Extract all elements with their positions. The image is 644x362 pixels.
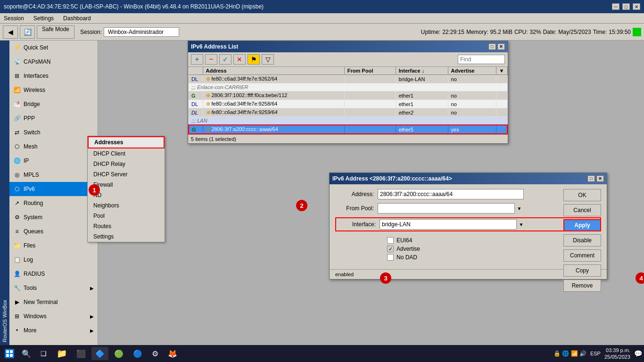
forward-button[interactable]: 🔄: [20, 25, 35, 39]
menu-session[interactable]: Session: [2, 14, 26, 23]
menu-dashboard[interactable]: Dashboard: [61, 14, 93, 23]
sidebar-item-routing[interactable]: ↗Routing▶: [9, 196, 98, 210]
taskbar-edge[interactable]: 🔵: [129, 347, 146, 360]
connection-indicator: [633, 28, 641, 36]
advertise-checkbox[interactable]: ✓: [387, 246, 394, 252]
address-row: Address:: [335, 189, 601, 199]
find-input[interactable]: [458, 55, 505, 64]
sidebar-item-radius[interactable]: 👤RADIUS: [9, 267, 98, 281]
submenu-item-settings[interactable]: Settings: [88, 231, 165, 242]
table-row[interactable]: ;;; LAN: [189, 117, 507, 125]
submenu-item-dhcp-client[interactable]: DHCP Client: [88, 148, 165, 159]
table-row[interactable]: DL⊕fe80::c6ad:34ff:fe7e:9262/64bridge-LA…: [189, 75, 507, 83]
maximize-button[interactable]: □: [622, 3, 630, 10]
interface-select[interactable]: bridge-LAN: [380, 219, 526, 230]
sidebar-item-ppp[interactable]: 🔗PPP: [9, 111, 98, 125]
filter-button[interactable]: ▽: [262, 54, 274, 65]
taskbar-chrome[interactable]: 🟢: [110, 347, 127, 360]
date-value: May/25/2023: [558, 29, 591, 35]
table-row[interactable]: ;;; Enlace-con-CARRIER: [189, 83, 507, 91]
sidebar-item-log[interactable]: 📋Log: [9, 253, 98, 267]
close-button[interactable]: ✕: [633, 3, 640, 10]
submenu-item-routes[interactable]: Routes: [88, 221, 165, 231]
taskbar-winbox[interactable]: 🔷: [91, 347, 108, 360]
ipv6-detail-restore[interactable]: □: [587, 175, 595, 182]
col-extra[interactable]: ▼: [496, 67, 507, 75]
taskbar-settings-app[interactable]: ⚙: [148, 347, 162, 360]
taskbar-firefox[interactable]: 🦊: [164, 347, 181, 360]
sidebar-item-mpls[interactable]: ◎MPLS▶: [9, 168, 98, 182]
ok-button[interactable]: OK: [563, 189, 601, 201]
cell-interface: bridge-LAN: [396, 75, 448, 83]
table-row[interactable]: G⊕2806:3f7:a200:cccc::aaaa/64ether5yes: [189, 125, 507, 134]
menu-settings[interactable]: Settings: [32, 14, 56, 23]
ipv6-list-close[interactable]: ✕: [497, 43, 505, 50]
apply-button[interactable]: Apply: [563, 219, 601, 231]
taskview-button[interactable]: ❑: [36, 347, 51, 360]
ipv6-list-restore[interactable]: □: [488, 43, 496, 50]
cancel-button[interactable]: ✕: [233, 54, 246, 65]
back-button[interactable]: ◀: [3, 25, 18, 39]
col-interface[interactable]: Interface ↓: [396, 67, 448, 75]
submenu-item-neighbors[interactable]: Neighbors: [88, 200, 165, 211]
copy-button[interactable]: Copy: [563, 264, 601, 277]
table-row[interactable]: DL⊕fe80::c6ad:34ff:fe7e:9259/64ether2no: [189, 108, 507, 117]
remove-button[interactable]: −: [205, 54, 217, 65]
submenu-item-dhcp-relay[interactable]: DHCP Relay: [88, 159, 165, 169]
edit-button[interactable]: ✓: [219, 54, 231, 65]
time-label: Time:: [593, 29, 607, 35]
remove-button-detail[interactable]: Remove: [563, 280, 601, 292]
cell-extra: [496, 100, 507, 108]
col-address[interactable]: Address: [203, 67, 344, 75]
address-list-table: Address From Pool Interface ↓ Advertise …: [188, 67, 508, 134]
sidebar-item-more[interactable]: •More▶: [9, 323, 98, 337]
sidebar-item-wireless[interactable]: 📶Wireless: [9, 83, 98, 97]
sidebar-item-mesh[interactable]: ⬡Mesh: [9, 140, 98, 154]
sidebar-item-new-terminal[interactable]: ▶New Terminal: [9, 295, 98, 309]
safe-mode-button[interactable]: Safe Mode: [37, 25, 74, 39]
footer-status: enabled: [335, 272, 354, 277]
address-input[interactable]: [378, 189, 524, 199]
from-pool-select[interactable]: [378, 203, 524, 214]
interface-arrow[interactable]: ▼: [516, 219, 526, 230]
system-icon: ⚙: [13, 214, 21, 221]
ipv6-detail-close[interactable]: ✕: [596, 175, 604, 182]
sidebar-item-interfaces[interactable]: ⊞Interfaces: [9, 69, 98, 83]
table-row[interactable]: G⊕2806:3f7:1002::ffff:f0ca:bebe/112ether…: [189, 91, 507, 100]
minimize-button[interactable]: ─: [612, 3, 619, 10]
sidebar-item-files[interactable]: 📁Files: [9, 239, 98, 253]
sidebar-item-queues[interactable]: ≡Queues: [9, 224, 98, 239]
disable-button[interactable]: Disable: [563, 234, 601, 247]
submenu-item-dhcp-server[interactable]: DHCP Server: [88, 169, 165, 180]
sidebar-item-quick-set[interactable]: ⚡Quick Set: [9, 41, 98, 55]
sidebar-item-system[interactable]: ⚙System▶: [9, 210, 98, 224]
search-button[interactable]: 🔍: [19, 347, 34, 360]
sidebar-item-switch[interactable]: ⇄Switch: [9, 125, 98, 140]
window-title: soporte@C4:AD:34:7E:92:5C (LAB-ISP-ABC) …: [4, 3, 264, 10]
taskbar-terminal[interactable]: ⬛: [73, 347, 90, 360]
eui64-checkbox[interactable]: [387, 237, 394, 244]
sidebar-item-tools[interactable]: 🔧Tools▶: [9, 281, 98, 295]
nodad-checkbox[interactable]: [387, 254, 394, 261]
col-advertise[interactable]: Advertise: [448, 67, 496, 75]
col-type[interactable]: [189, 67, 203, 75]
comment-button[interactable]: Comment: [563, 249, 601, 262]
submenu-item-addresses[interactable]: Addresses: [88, 136, 165, 148]
taskbar-file-explorer[interactable]: 📁: [53, 347, 71, 360]
toolbar: ◀ 🔄 Safe Mode Session: Winbox-Administra…: [0, 24, 644, 41]
col-from-pool[interactable]: From Pool: [344, 67, 396, 75]
advertise-label: Advertise: [396, 246, 420, 252]
sidebar-item-capsman[interactable]: 📡CAPsMAN: [9, 55, 98, 69]
table-row[interactable]: DL⊕fe80::c6ad:34ff:fe7e:9258/64ether1no: [189, 100, 507, 108]
cell-interface: ether5: [396, 125, 448, 134]
notification-center[interactable]: 💬: [634, 350, 642, 357]
sidebar-item-windows[interactable]: ⊞Windows▶: [9, 309, 98, 323]
submenu-item-pool[interactable]: Pool: [88, 211, 165, 221]
flag-button[interactable]: ⚑: [248, 54, 260, 65]
sidebar-item-ipv6[interactable]: ⬡IPv6▶: [9, 182, 98, 196]
add-button[interactable]: +: [191, 54, 203, 65]
start-button[interactable]: [2, 347, 17, 360]
sidebar-item-bridge[interactable]: 🌁Bridge: [9, 97, 98, 111]
cancel-button-detail[interactable]: Cancel: [563, 204, 601, 216]
sidebar-item-ip[interactable]: 🌐IP▶: [9, 154, 98, 168]
